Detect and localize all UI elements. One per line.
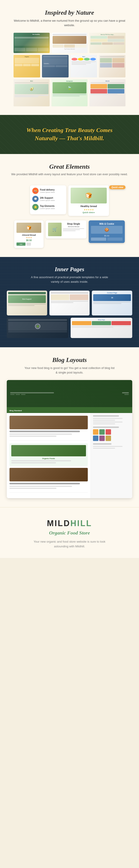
blog-preview: Blog Standard Organic Foods — [7, 380, 132, 498]
sidebar-widget-3 — [93, 443, 130, 449]
blog-post-3 — [9, 468, 88, 493]
wishlist-btn[interactable] — [26, 243, 31, 246]
shop-title: Shop Single — [63, 223, 84, 225]
bread-icon: 🍞 — [26, 225, 31, 230]
sidebar-thumb-3 — [106, 429, 111, 435]
inner-page-1: Best Support — [7, 290, 47, 315]
screenshot-10: MILDⓇ — [90, 79, 126, 106]
quick-view-badge: Quick view — [109, 185, 126, 189]
screen-text-1: Eat Healthy — [32, 33, 41, 36]
feature-support: 💬 24h Support Lorem ipsum dolor — [32, 196, 64, 202]
brand-description: Your new organic and food store website … — [33, 539, 106, 549]
sidebar-thumb-row-2 — [93, 436, 130, 441]
blog-content-area: Organic Foods — [7, 413, 132, 498]
quick-view-title: Healthy bread — [71, 205, 107, 208]
sidebar-tag-1 — [93, 446, 123, 447]
organic-body-2 — [11, 462, 56, 463]
sidebar-thumb-row-1 — [93, 429, 130, 435]
blog-body-line-1 — [9, 434, 72, 435]
elements-showcase: 🚚 Food delivery Lorem ipsum dolor 💬 24h … — [7, 183, 132, 218]
inspired-section: Inspired by Nature Welcome to Mildhill, … — [0, 0, 139, 115]
banner-title: When Creating True Beauty Comes Naturall… — [26, 126, 113, 143]
screenshot-3: Side Up 70% Free shipp... — [90, 33, 126, 53]
blog-section: Blog Layouts Your new food blog is good … — [0, 347, 139, 507]
brand-tagline: Organic Food Store — [9, 530, 130, 536]
inner-pages-grid: Best Support Contact Page ✉ — [7, 290, 132, 315]
organic-post-img — [11, 445, 86, 456]
great-elements-section: Great Elements We provided Mildhill with… — [0, 154, 139, 257]
sidebar-widget-title-2 — [93, 427, 119, 428]
mock-screen-1: Eat Healthy — [13, 33, 50, 53]
great-elements-title: Great Elements — [7, 163, 132, 170]
quick-view-rating: ★★★★★ — [71, 209, 107, 211]
screenshot-5: Natalia... — [42, 55, 69, 78]
blog-body-line-6 — [9, 488, 57, 489]
blog-post-img-3 — [9, 468, 88, 482]
features-list: 🚚 Food delivery Lorem ipsum dolor 💬 24h … — [32, 188, 64, 210]
quick-view-label[interactable]: Quick view ▸ — [71, 211, 107, 214]
sidebar-widget-title-1 — [93, 415, 119, 416]
cookie-btn-1[interactable] — [91, 238, 106, 241]
organic-body-1 — [11, 460, 71, 461]
quick-view-card: 🍞 Healthy bread ★★★★★ Quick view ▸ — [68, 185, 109, 216]
bread-card: 🍞 Almond Bread ★★★★ $8.50 Add — [14, 220, 43, 248]
inner-pages-title: Inner Pages — [7, 266, 132, 273]
add-to-cart-btn[interactable]: Add — [16, 243, 26, 246]
support-sub: Lorem ipsum dolor — [40, 199, 55, 202]
sidebar-thumb-6 — [106, 436, 111, 441]
feature-top: ⭐ Top Elements Lorem ipsum dolor — [32, 204, 64, 210]
blog-sidebar — [91, 413, 132, 498]
delivery-sub: Lorem ipsum dolor — [40, 191, 55, 193]
sidebar-widget-1 — [93, 415, 130, 424]
support-label: 24h Support — [40, 197, 55, 199]
screenshot-4: Organic — [13, 55, 40, 78]
screenshots-row3: MILD 🥑 Homegrown 🍃 MILDⓇ — [13, 79, 126, 106]
inner-page-5: Shop Page — [71, 318, 132, 338]
brand-hill: HILL — [70, 519, 92, 528]
shop-food-icon: 🛒 — [53, 227, 57, 232]
blog-post-img-1 — [9, 416, 88, 429]
blog-title-line-3 — [9, 483, 80, 484]
features-card: 🚚 Food delivery Lorem ipsum dolor 💬 24h … — [30, 185, 66, 214]
blog-label-bar: Blog Standard — [7, 407, 132, 413]
sidebar-thumb-1 — [93, 429, 98, 435]
delivery-label: Food delivery — [40, 189, 55, 191]
inner-page-2 — [49, 290, 90, 315]
elements-bottom: 🍞 Almond Bread ★★★★ $8.50 Add 🛒 Shop Sin… — [7, 220, 132, 248]
screenshot-9: Homegrown 🍃 — [51, 79, 88, 106]
support-icon: 💬 — [32, 196, 39, 202]
blog-body-line-5 — [9, 486, 72, 487]
cookie-title: Milk & Cookie — [91, 223, 123, 225]
top-label: Top Elements — [40, 205, 55, 207]
top-icon: ⭐ — [32, 204, 39, 210]
sidebar-item-2 — [93, 420, 115, 421]
quick-view-food-icon: 🍞 — [85, 192, 92, 199]
sidebar-thumb-5 — [99, 436, 105, 441]
blog-main: Organic Foods — [7, 413, 91, 498]
organic-post-title: Organic Foods — [11, 458, 86, 460]
bread-rating: ★★★★ — [16, 237, 41, 239]
bread-price: $8.50 — [16, 239, 41, 242]
inspired-title: Inspired by Nature — [13, 9, 126, 16]
blog-title-line-1 — [9, 431, 80, 432]
brand-logo: MILDHILL — [9, 519, 130, 528]
delivery-icon: 🚚 — [32, 188, 39, 194]
blog-body-line-2 — [9, 436, 57, 437]
top-sub: Lorem ipsum dolor — [40, 208, 55, 210]
cookie-card: Milk & Cookie 🍪 $5.50 — [89, 220, 125, 243]
blog-title: Blog Layouts — [7, 356, 132, 364]
sidebar-tag-2 — [93, 448, 115, 449]
bread-name: Almond Bread — [16, 234, 41, 236]
sidebar-widget-2 — [93, 427, 130, 441]
screenshot-8: MILD 🥑 — [13, 79, 50, 106]
great-elements-desc: We provided Mildhill with every layout a… — [7, 172, 132, 177]
footer-section: MILDHILL Organic Food Store Your new org… — [0, 507, 139, 558]
organic-post: Organic Foods — [9, 443, 88, 466]
banner-section: When Creating True Beauty Comes Naturall… — [0, 115, 139, 154]
inner-page-4: 🌿 — [7, 318, 68, 338]
brand-mild: MILD — [47, 519, 70, 528]
screenshot-1: Eat Healthy — [13, 33, 50, 53]
cookie-btn-2[interactable] — [107, 238, 123, 241]
inspired-description: Welcome to Mildhill, a theme we nurtured… — [13, 19, 126, 27]
feature-delivery: 🚚 Food delivery Lorem ipsum dolor — [32, 188, 64, 194]
